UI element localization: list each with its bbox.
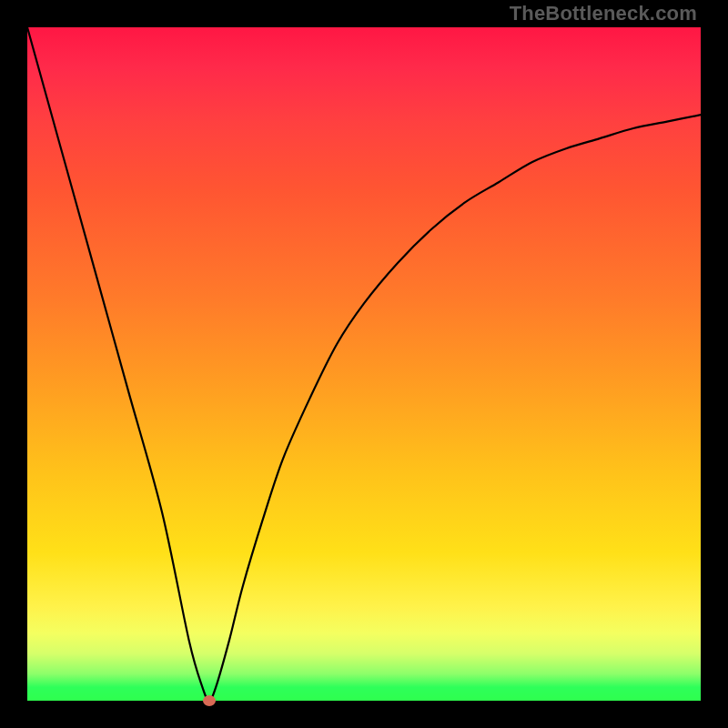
watermark-text: TheBottleneck.com: [510, 2, 697, 25]
min-point-marker: [203, 695, 216, 706]
curve-svg: [27, 27, 701, 701]
chart-frame: TheBottleneck.com: [0, 0, 728, 728]
plot-area: [27, 27, 701, 701]
bottleneck-curve-path: [27, 27, 701, 701]
